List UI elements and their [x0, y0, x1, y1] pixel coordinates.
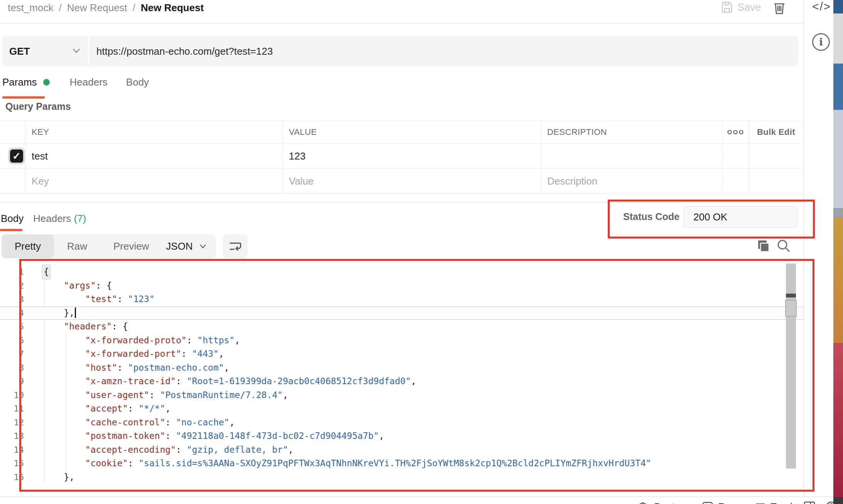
- delete-button[interactable]: [773, 1, 786, 15]
- query-params-table: KEY VALUE DESCRIPTION Bulk Edit ✓ test 1…: [0, 120, 802, 194]
- code-line: 14 "accept-encoding": "gzip, deflate, br…: [0, 443, 803, 457]
- value-input[interactable]: Value: [282, 169, 541, 193]
- method-dropdown[interactable]: GET: [2, 36, 88, 66]
- response-tab-headers[interactable]: Headers (7): [33, 213, 86, 225]
- response-tab-headers-label: Headers: [33, 213, 71, 224]
- postman-app: test_mock / New Request / New Request Sa…: [0, 0, 843, 504]
- search-response-button[interactable]: [776, 238, 791, 254]
- line-number: 8: [0, 361, 24, 375]
- row-checkbox-cell: [0, 169, 25, 193]
- view-preview-button[interactable]: Preview: [100, 234, 162, 258]
- code-text: "host": "postman-echo.com",: [42, 361, 229, 375]
- info-button[interactable]: i: [812, 33, 830, 51]
- right-panel-border: [803, 0, 804, 496]
- more-options-button[interactable]: [722, 121, 749, 143]
- row-checkbox-cell: ✓: [0, 144, 25, 168]
- code-text: "args": {: [42, 279, 112, 293]
- code-line: 5 "headers": {: [0, 320, 803, 334]
- copy-response-button[interactable]: [756, 239, 771, 254]
- breadcrumb-request-name[interactable]: New Request: [141, 2, 204, 14]
- line-number: 2: [0, 279, 24, 293]
- language-dropdown[interactable]: JSON: [157, 234, 216, 258]
- status-code-field[interactable]: 200 OK: [683, 206, 797, 228]
- search-icon: [776, 238, 791, 254]
- code-line: 15 "cookie": "sails.sid=s%3AANa-SXOyZ91P…: [0, 457, 803, 470]
- response-tab-body[interactable]: Body: [1, 213, 24, 225]
- header-divider: [0, 23, 803, 24]
- chevron-down-icon: [198, 243, 207, 249]
- description-cell[interactable]: [541, 144, 722, 168]
- url-bar: GET https://postman-echo.com/get?test=12…: [2, 36, 798, 66]
- breadcrumb-workspace[interactable]: test_mock: [8, 2, 54, 14]
- bootcamp-icon: [636, 501, 649, 504]
- footer-bar: Bootcamp Runner Trash: [0, 496, 843, 504]
- panel-toggle-button[interactable]: [804, 501, 815, 504]
- response-active-tab-underline: [0, 229, 22, 231]
- key-input[interactable]: Key: [25, 169, 282, 193]
- trash-icon: [755, 501, 766, 504]
- line-number: 5: [0, 320, 24, 334]
- table-header-row: KEY VALUE DESCRIPTION Bulk Edit: [0, 121, 802, 144]
- scrollbar-thumb[interactable]: [785, 300, 797, 317]
- text-cursor: [75, 307, 76, 318]
- breadcrumb-collection[interactable]: New Request: [67, 2, 127, 14]
- row-checkbox[interactable]: ✓: [10, 150, 23, 163]
- response-body-editor[interactable]: 1{2 "args": {3 "test": "123"4 },5 "heade…: [0, 260, 803, 492]
- breadcrumb: test_mock / New Request / New Request: [8, 0, 204, 15]
- save-icon: [720, 1, 733, 14]
- bulk-edit-button[interactable]: Bulk Edit: [749, 121, 802, 143]
- bootcamp-button[interactable]: Bootcamp: [636, 501, 699, 504]
- line-number: 16: [0, 470, 24, 484]
- view-raw-button[interactable]: Raw: [54, 234, 100, 258]
- description-input[interactable]: Description: [541, 169, 722, 193]
- chevron-down-icon: [71, 47, 82, 55]
- code-text: "test": "123": [42, 292, 155, 306]
- value-cell[interactable]: 123: [282, 144, 541, 168]
- table-row-empty: Key Value Description: [0, 169, 802, 194]
- view-pretty-button[interactable]: Pretty: [2, 234, 54, 258]
- save-label: Save: [737, 2, 761, 13]
- code-text: },: [42, 470, 74, 484]
- response-view-switch: Pretty Raw Preview: [2, 234, 162, 258]
- code-text: {: [42, 265, 50, 279]
- status-code-label: Status Code: [623, 211, 679, 222]
- tab-body[interactable]: Body: [126, 76, 149, 88]
- code-line: 12 "cache-control": "no-cache",: [0, 416, 803, 430]
- tab-params[interactable]: Params: [2, 76, 50, 88]
- row-end-cell: [749, 169, 802, 193]
- code-snippet-button[interactable]: </>: [812, 0, 831, 13]
- column-key: KEY: [25, 121, 282, 143]
- code-line: 11 "accept": "*/*",: [0, 402, 803, 416]
- line-number: 10: [0, 388, 24, 402]
- url-input[interactable]: https://postman-echo.com/get?test=123: [96, 36, 273, 66]
- line-number: 7: [0, 347, 24, 361]
- code-lines: 1{2 "args": {3 "test": "123"4 },5 "heade…: [0, 265, 803, 484]
- wrap-text-icon: [228, 240, 242, 252]
- key-cell[interactable]: test: [25, 144, 282, 168]
- wrap-text-button[interactable]: [223, 234, 248, 258]
- line-number: 15: [0, 457, 24, 470]
- code-line: 16 },: [0, 470, 803, 484]
- column-description: DESCRIPTION: [541, 121, 722, 143]
- code-text: "user-agent": "PostmanRuntime/7.28.4",: [42, 388, 288, 402]
- runner-button[interactable]: Runner: [702, 501, 751, 504]
- code-text: "cache-control": "no-cache",: [42, 416, 235, 430]
- row-actions-cell: [722, 169, 749, 193]
- code-text: "x-amzn-trace-id": "Root=1-619399da-29ac…: [42, 375, 416, 388]
- code-text: "cookie": "sails.sid=s%3AANa-SXOyZ91PqPF…: [42, 457, 651, 470]
- code-line: 1{: [0, 265, 803, 279]
- bootcamp-label: Bootcamp: [654, 501, 699, 504]
- section-divider: [0, 202, 803, 203]
- params-active-dot: [43, 79, 50, 86]
- more-options-icon: [727, 129, 744, 135]
- screen-edge-strip: [833, 0, 843, 504]
- table-row: ✓ test 123: [0, 144, 802, 169]
- trash-panel-button[interactable]: Trash: [755, 501, 796, 504]
- line-number: 3: [0, 292, 24, 306]
- runner-icon: [702, 501, 713, 504]
- runner-label: Runner: [718, 501, 751, 504]
- code-text: "postman-token": "492118a0-148f-473d-bc0…: [42, 429, 384, 443]
- save-button[interactable]: Save: [720, 1, 761, 14]
- language-label: JSON: [166, 240, 192, 252]
- tab-headers[interactable]: Headers: [70, 76, 108, 88]
